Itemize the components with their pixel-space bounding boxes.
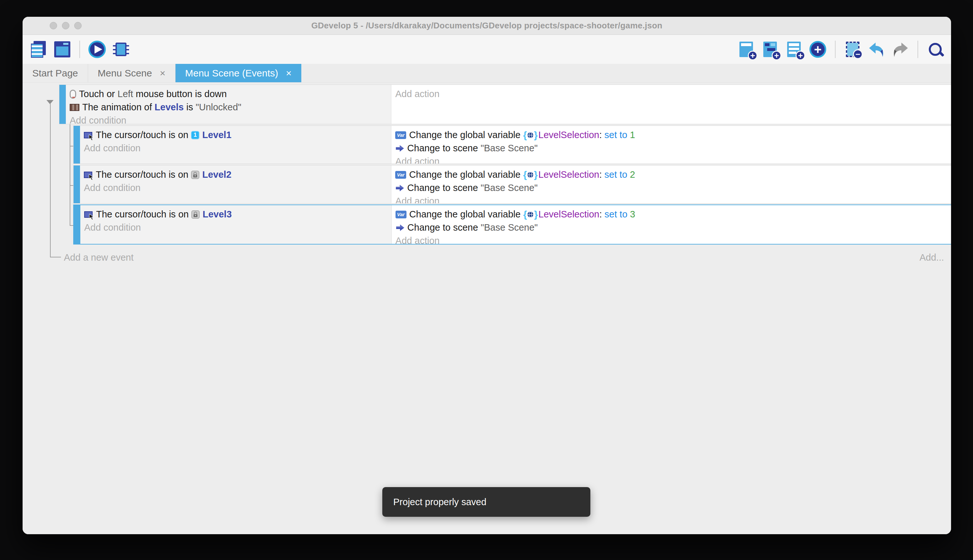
toast-message: Project properly saved (393, 497, 486, 507)
event-drag-handle[interactable] (73, 165, 80, 203)
global-variable-icon (523, 130, 538, 141)
condition-cursor-on-level3[interactable]: The cursor/touch is on Level3 (84, 208, 392, 221)
action-change-scene[interactable]: Change to scene "Base Scene" (395, 181, 951, 195)
tree-line (50, 257, 61, 257)
tree-line (70, 185, 73, 186)
play-preview-icon[interactable] (88, 40, 107, 59)
condition-cursor-on-level2[interactable]: The cursor/touch is on Level2 (84, 168, 391, 181)
tab-start-page[interactable]: Start Page (23, 64, 88, 82)
search-icon[interactable] (926, 40, 945, 59)
actions-column: Add action (392, 85, 951, 124)
add-action-button[interactable]: Add action (395, 234, 951, 244)
add-action-button[interactable]: Add action (395, 155, 951, 163)
debug-icon[interactable] (112, 40, 130, 59)
conditions-column: The cursor/touch is on Level3 Add condit… (80, 205, 392, 244)
condition-touch-mouse[interactable]: Touch or Left mouse button is down (70, 87, 391, 101)
close-tab-icon[interactable]: × (160, 68, 165, 79)
add-condition-button[interactable]: Add condition (84, 221, 392, 234)
close-window-button[interactable] (50, 22, 57, 29)
undo-icon[interactable] (867, 40, 886, 59)
animation-icon (70, 104, 79, 111)
window-title: GDevelop 5 - /Users/dkarakay/Documents/G… (311, 21, 662, 31)
scene-editor-icon[interactable] (53, 40, 72, 59)
toolbar-left-group (29, 40, 130, 59)
event-drag-handle[interactable] (74, 205, 80, 244)
event-level3[interactable]: The cursor/touch is on Level3 Add condit… (73, 205, 951, 245)
variable-icon: Var (395, 171, 406, 179)
cursor-touch-icon (84, 172, 92, 178)
global-variable-icon (523, 169, 538, 180)
tree-line (70, 225, 73, 226)
scene-change-icon (395, 184, 404, 192)
conditions-column: The cursor/touch is on Level2 Add condit… (80, 165, 392, 203)
action-change-global-variable[interactable]: VarChange the global variable LevelSelec… (395, 168, 951, 181)
conditions-column: The cursor/touch is on 1Level1 Add condi… (80, 126, 392, 163)
variable-icon: Var (395, 211, 407, 218)
toolbar: + + + + − (23, 35, 951, 64)
action-change-scene[interactable]: Change to scene "Base Scene" (395, 142, 951, 155)
add-subevent-icon[interactable]: + (761, 40, 780, 59)
add-other-event-icon[interactable]: + (808, 40, 827, 59)
traffic-lights (50, 22, 82, 29)
actions-column: VarChange the global variable LevelSelec… (392, 165, 951, 203)
tab-label: Menu Scene (Events) (185, 68, 278, 79)
actions-column: VarChange the global variable LevelSelec… (392, 126, 951, 163)
gdevelop-window: GDevelop 5 - /Users/dkarakay/Documents/G… (23, 17, 951, 534)
add-condition-button[interactable]: Add condition (84, 181, 391, 195)
scene-change-icon (395, 145, 404, 152)
event-main[interactable]: Touch or Left mouse button is down The a… (59, 85, 951, 124)
add-new-event-button[interactable]: Add a new event (64, 252, 133, 263)
tree-line (70, 146, 73, 147)
add-action-button[interactable]: Add action (395, 87, 951, 101)
add-condition-button[interactable]: Add condition (84, 142, 391, 155)
action-change-global-variable[interactable]: VarChange the global variable LevelSelec… (395, 128, 951, 142)
toolbar-divider (835, 41, 836, 58)
lock-icon (191, 210, 200, 219)
event-level1[interactable]: The cursor/touch is on 1Level1 Add condi… (73, 125, 951, 164)
cursor-touch-icon (84, 211, 93, 218)
save-toast: Project properly saved (382, 487, 590, 517)
add-event-icon[interactable]: + (737, 40, 756, 59)
add-condition-button[interactable]: Add condition (70, 114, 391, 124)
global-variable-icon (523, 209, 538, 220)
tab-bar: Start Page Menu Scene × Menu Scene (Even… (23, 64, 951, 83)
minimize-window-button[interactable] (62, 22, 69, 29)
tab-label: Menu Scene (98, 68, 152, 79)
project-manager-icon[interactable] (29, 40, 48, 59)
event-level2[interactable]: The cursor/touch is on Level2 Add condit… (73, 165, 951, 203)
event-drag-handle[interactable] (59, 85, 66, 124)
lock-icon (191, 171, 199, 179)
tab-menu-scene-events[interactable]: Menu Scene (Events) × (175, 64, 301, 82)
mouse-icon (70, 90, 76, 99)
tree-line (70, 124, 70, 226)
tab-menu-scene[interactable]: Menu Scene × (88, 64, 175, 82)
add-comment-icon[interactable]: + (785, 40, 803, 59)
action-change-scene[interactable]: Change to scene "Base Scene" (395, 221, 951, 234)
event-drag-handle[interactable] (73, 126, 80, 163)
conditions-column: Touch or Left mouse button is down The a… (66, 85, 392, 124)
condition-cursor-on-level1[interactable]: The cursor/touch is on 1Level1 (84, 128, 391, 142)
sprite-1-icon: 1 (191, 131, 199, 139)
condition-animation[interactable]: The animation of Levels is "Unlocked" (70, 101, 391, 114)
add-more-button[interactable]: Add... (920, 252, 944, 263)
toolbar-right-group: + + + + − (737, 40, 945, 59)
variable-icon: Var (395, 131, 406, 139)
add-action-button[interactable]: Add action (395, 195, 951, 203)
tab-label: Start Page (32, 68, 78, 79)
title-bar: GDevelop 5 - /Users/dkarakay/Documents/G… (23, 17, 951, 35)
close-tab-icon[interactable]: × (286, 68, 292, 79)
toolbar-divider (918, 41, 918, 58)
action-change-global-variable[interactable]: VarChange the global variable LevelSelec… (395, 208, 951, 221)
zoom-window-button[interactable] (74, 22, 82, 29)
redo-icon[interactable] (891, 40, 910, 59)
remove-event-icon[interactable]: − (843, 40, 862, 59)
scene-change-icon (395, 224, 405, 232)
toolbar-divider (79, 41, 80, 58)
actions-column: VarChange the global variable LevelSelec… (392, 205, 951, 244)
cursor-touch-icon (84, 132, 92, 138)
tree-line (50, 104, 51, 257)
events-sheet: Touch or Left mouse button is down The a… (23, 83, 951, 534)
